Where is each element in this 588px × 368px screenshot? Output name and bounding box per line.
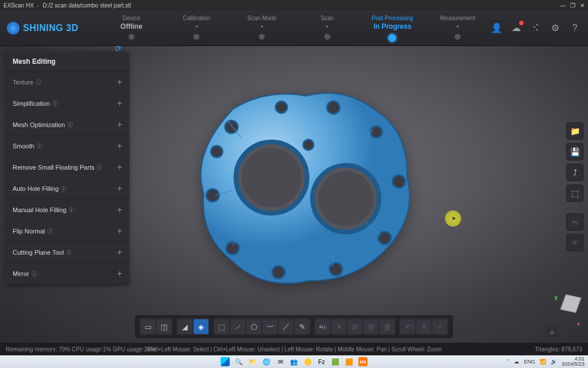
save-button[interactable]: 💾 <box>566 143 583 160</box>
workflow-step-calibration[interactable]: Calibration- <box>165 15 228 42</box>
info-icon: i <box>96 164 102 170</box>
settings-gear-icon[interactable]: ⚙ <box>549 22 562 34</box>
mesh-tool-manual-hole-filling[interactable]: Manual Hole Fillingi+ <box>6 200 129 221</box>
mesh-tool-cutting-plane-tool[interactable]: Cutting Plane Tooli+ <box>6 242 129 263</box>
task-explorer[interactable]: 📁 <box>248 357 257 366</box>
tool-apply[interactable]: ✓ <box>432 319 447 334</box>
tool-sel-lasso[interactable]: ⟋ <box>230 319 245 334</box>
mesh-tool-flip-normal[interactable]: Flip Normali+ <box>6 221 129 242</box>
svg-point-11 <box>272 265 285 279</box>
tool-sel-none[interactable]: ✕ <box>331 319 346 334</box>
export-button[interactable]: ⤴ <box>566 164 583 181</box>
task-hx[interactable]: HX <box>358 357 368 366</box>
tool-sel-free[interactable]: 〰 <box>262 319 277 334</box>
svg-point-6 <box>326 101 340 114</box>
tool-sel-all[interactable]: ALL <box>315 319 330 334</box>
mirror-toggle[interactable]: ⇋ <box>566 213 583 231</box>
task-teams[interactable]: 👥 <box>289 357 299 366</box>
task-excel[interactable]: 🟩 <box>331 357 340 366</box>
window-close[interactable]: ✕ <box>580 2 585 9</box>
account-icon[interactable]: 👤 <box>490 22 503 34</box>
tool-undo[interactable]: ↶ <box>400 319 415 334</box>
mesh-tool-smooth[interactable]: Smoothi+ <box>6 136 129 157</box>
side-item-label: Flip Normal <box>13 228 45 235</box>
system-tray[interactable]: ˄ ☁ ENG 📶 🔊 4:01 2024/5/23 <box>506 356 585 367</box>
mesh-cube-button[interactable]: ⬚ <box>566 185 583 202</box>
tool-sel-line[interactable]: ／ <box>278 319 293 334</box>
tray-wifi-icon[interactable]: 📶 <box>540 359 546 365</box>
notifications-icon[interactable]: ☁ <box>510 22 523 34</box>
tool-sel-delete[interactable]: 🗑 <box>380 319 394 334</box>
task-chrome[interactable]: 🟡 <box>303 357 312 366</box>
side-item-label: Mesh Optimization <box>13 121 65 128</box>
globe-icon <box>7 22 20 34</box>
expand-icon: + <box>117 141 122 151</box>
tool-sel-brush[interactable]: ✎ <box>295 319 310 334</box>
view-reset-button[interactable]: ⌂ <box>546 325 558 338</box>
viewport-3d[interactable] <box>172 79 436 298</box>
mesh-tool-remove-small-floating-parts[interactable]: Remove Small Floating Partsi+ <box>6 157 129 178</box>
svg-point-12 <box>226 241 239 255</box>
side-item-label: Cutting Plane Tool <box>13 249 64 256</box>
tray-cloud-icon[interactable]: ☁ <box>514 359 519 365</box>
tool-shade-flat[interactable]: ◢ <box>177 319 192 334</box>
side-item-label: Texture <box>13 79 33 86</box>
tool-sel-invert[interactable]: ⇄ <box>347 319 362 334</box>
app-root: SHINING 3D DeviceOfflineCalibration-Scan… <box>0 10 588 355</box>
task-ppt[interactable]: 🟧 <box>345 357 354 366</box>
info-icon: i <box>69 207 75 213</box>
task-edge[interactable]: 🌐 <box>262 357 271 366</box>
expand-icon: + <box>117 269 122 279</box>
task-filezilla[interactable]: Fz <box>317 357 326 366</box>
task-search[interactable]: 🔍 <box>234 357 243 366</box>
cursor-icon: ➤ <box>451 215 456 221</box>
tool-sel-box[interactable]: ⬚ <box>214 319 229 334</box>
side-item-label: Smooth <box>13 143 34 150</box>
task-mail[interactable]: ✉ <box>276 357 285 366</box>
panel-title: Mesh Editing <box>6 52 129 72</box>
expand-icon: + <box>117 226 122 236</box>
top-icon-bar: 👤 ☁ ⠪ ⚙ ? <box>490 22 581 34</box>
orientation-gizmo[interactable]: yx <box>547 296 579 328</box>
svg-point-9 <box>378 231 392 245</box>
mesh-tool-auto-hole-filling[interactable]: Auto Hole Fillingi+ <box>6 178 129 200</box>
tool-sel-grow[interactable]: ⊞ <box>363 319 378 334</box>
tool-cancel[interactable]: ✕ <box>416 319 431 334</box>
mesh-tool-texture[interactable]: Texturei+ <box>6 72 129 93</box>
open-project-button[interactable]: 📁 <box>566 122 583 140</box>
workflow-step-scan-mode[interactable]: Scan Mode- <box>230 15 293 42</box>
mesh-tool-mesh-optimization[interactable]: Mesh Optimizationi+ <box>6 114 129 136</box>
expand-icon: + <box>117 162 122 172</box>
windows-taskbar: 🔍 📁 🌐 ✉ 👥 🟡 Fz 🟩 🟧 HX ˄ ☁ ENG 📶 🔊 4:01 2… <box>0 355 588 368</box>
status-triangles: Triangles: 878,673 <box>535 346 582 352</box>
top-bar: SHINING 3D DeviceOfflineCalibration-Scan… <box>0 10 588 46</box>
workflow-step-device[interactable]: DeviceOffline <box>100 15 163 42</box>
tray-sound-icon[interactable]: 🔊 <box>551 359 557 365</box>
workflow-step-post-processing[interactable]: Post ProcessingIn Progress <box>361 15 424 42</box>
tool-select-rect[interactable]: ▭ <box>141 319 156 334</box>
expand-icon: + <box>117 183 122 194</box>
start-button[interactable] <box>220 357 230 366</box>
file-path: D:/2 scan data/combo steel part.stl <box>42 2 131 9</box>
mesh-tool-simplification[interactable]: Simplificationi+ <box>6 93 129 114</box>
side-item-label: Mirror <box>13 270 29 277</box>
window-maximize[interactable]: ❐ <box>570 2 575 9</box>
visibility-toggle[interactable]: 👁 <box>566 234 583 251</box>
mesh-tool-mirror[interactable]: Mirrori+ <box>6 263 129 285</box>
svg-point-7 <box>370 125 382 138</box>
window-minimize[interactable]: — <box>560 2 566 9</box>
tray-chevron-up-icon[interactable]: ˄ <box>506 359 509 365</box>
help-icon[interactable]: ? <box>568 22 581 34</box>
tool-select-cube[interactable]: ◫ <box>157 319 172 334</box>
share-icon[interactable]: ⠪ <box>529 22 542 34</box>
expand-icon: + <box>117 205 122 215</box>
info-icon: i <box>61 186 67 191</box>
workflow-step-scan[interactable]: Scan- <box>296 15 359 42</box>
tray-lang[interactable]: ENG <box>524 359 535 365</box>
expand-icon: + <box>117 247 122 258</box>
info-icon: i <box>36 79 41 85</box>
tool-sel-poly[interactable]: ⬠ <box>246 319 261 334</box>
tool-shade-smooth[interactable]: ◈ <box>194 319 208 334</box>
expand-icon: + <box>117 98 122 109</box>
workflow-step-measurement[interactable]: Measurement- <box>426 15 489 42</box>
